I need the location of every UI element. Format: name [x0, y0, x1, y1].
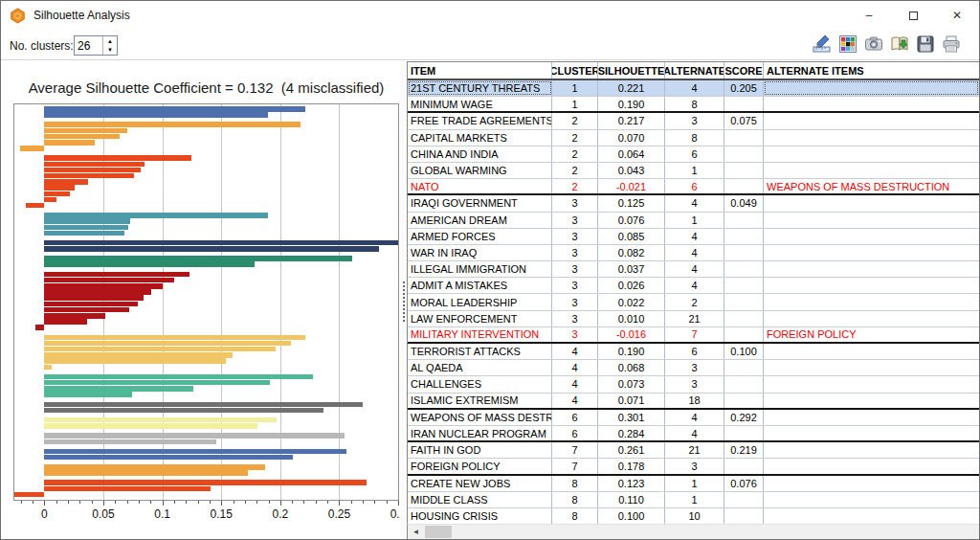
column-header-item[interactable]: ITEM	[408, 62, 552, 79]
table-row[interactable]: IRAQI GOVERNMENT30.12540.049	[408, 195, 979, 212]
spin-up-button[interactable]: ▲	[103, 36, 117, 46]
cell-item: FREE TRADE AGREEMENTS	[408, 113, 552, 128]
cell-item: WEAPONS OF MASS DESTRUCTION	[408, 410, 552, 425]
print-button[interactable]	[941, 34, 962, 55]
close-button[interactable]: ✕	[935, 1, 979, 30]
silhouette-bar	[44, 278, 174, 283]
axis-tick-label: 0.15	[211, 507, 233, 521]
column-header-alternate-items[interactable]: ALTERNATE ITEMS	[764, 62, 979, 79]
table-row[interactable]: MIDDLE CLASS80.1101	[408, 492, 979, 508]
cell-score: 0.075	[724, 113, 764, 128]
column-header-silhouette[interactable]: SILHOUETTE	[598, 62, 665, 79]
table-row[interactable]: CHINA AND INDIA20.0646	[408, 146, 979, 163]
column-header-alternate[interactable]: ALTERNATE	[665, 62, 724, 79]
table-row[interactable]: AMERICAN DREAM30.0761	[408, 213, 979, 229]
table-row[interactable]: GLOBAL WARMING20.0431	[408, 163, 979, 179]
silhouette-bar	[44, 365, 51, 371]
silhouette-bar	[44, 213, 268, 218]
minimize-button[interactable]: –	[847, 1, 891, 30]
table-row[interactable]: AL QAEDA40.0683	[408, 360, 979, 376]
axis-tick	[115, 501, 116, 504]
table-row[interactable]: CREATE NEW JOBS80.12310.076	[408, 476, 979, 492]
cell-silhouette: 0.261	[598, 442, 665, 458]
table-row[interactable]: ILLEGAL IMMIGRATION30.0374	[408, 261, 979, 278]
save-icon	[916, 34, 935, 54]
table-row[interactable]: CHALLENGES40.0733	[408, 376, 979, 393]
silhouette-bar	[44, 191, 70, 197]
table-horizontal-scrollbar[interactable]: ◄	[407, 524, 979, 539]
table-row[interactable]: ARMED FORCES30.0854	[408, 229, 979, 245]
cell-cluster: 2	[552, 146, 598, 162]
cell-score	[724, 179, 764, 193]
save-button[interactable]	[915, 34, 936, 55]
table-row[interactable]: ADMIT A MISTAKES30.0264	[408, 278, 979, 294]
copy-image-icon	[864, 34, 883, 54]
copy-image-button[interactable]	[863, 34, 884, 55]
table-row[interactable]: FREE TRADE AGREEMENTS20.21730.075	[408, 113, 979, 129]
table-row[interactable]: IRAN NUCLEAR PROGRAM60.2844	[408, 426, 979, 442]
axis-tick	[316, 501, 317, 504]
table-row[interactable]: NATO2-0.0216WEAPONS OF MASS DESTRUCTION	[408, 179, 979, 195]
cell-item: AMERICAN DREAM	[408, 213, 552, 228]
splitter-drag-handle[interactable]	[403, 281, 405, 322]
cell-alternate-items	[764, 311, 979, 326]
table-row[interactable]: MINIMUM WAGE10.1908	[408, 97, 979, 113]
scroll-left-arrow[interactable]: ◄	[408, 525, 424, 539]
cell-silhouette: 0.076	[598, 213, 665, 228]
silhouette-bar	[44, 256, 352, 261]
table-row[interactable]: WEAPONS OF MASS DESTRUCTION60.30140.292	[408, 410, 979, 426]
cell-cluster: 7	[552, 442, 598, 458]
cell-item: CHINA AND INDIA	[408, 146, 552, 162]
axis-tick-label: 0.25	[328, 507, 350, 521]
cell-cluster: 8	[552, 476, 598, 491]
cell-item: HOUSING CRISIS	[408, 508, 552, 524]
axis-tick	[103, 501, 104, 506]
table-row[interactable]: WAR IN IRAQ30.0824	[408, 245, 979, 261]
silhouette-bar	[35, 325, 45, 330]
table-row[interactable]: MILITARY INTERVENTION3-0.0167FOREIGN POL…	[408, 327, 979, 344]
cell-score: 0.049	[724, 195, 764, 211]
axis-tick-label: 0.2	[272, 507, 288, 521]
export-button[interactable]	[889, 34, 910, 55]
silhouette-bar	[44, 218, 130, 224]
silhouette-bar	[44, 449, 345, 455]
cell-alternate-items	[764, 113, 979, 128]
cell-alternate-items	[764, 294, 979, 309]
table-body: 21ST CENTURY THREATS10.22140.205MINIMUM …	[408, 80, 979, 524]
axis-tick	[245, 501, 246, 504]
edit-appearance-button[interactable]	[812, 34, 833, 55]
cell-item: MIDDLE CLASS	[408, 492, 552, 507]
silhouette-bar	[44, 134, 120, 140]
maximize-button[interactable]	[891, 1, 935, 30]
scrollbar-thumb[interactable]	[425, 526, 452, 538]
clusters-input[interactable]	[75, 36, 102, 55]
column-header-cluster[interactable]: CLUSTER	[552, 62, 598, 79]
table-row[interactable]: MORAL LEADERSHIP30.0222	[408, 294, 979, 310]
cell-silhouette: 0.068	[598, 360, 665, 375]
silhouette-bar	[44, 112, 268, 118]
spin-down-button[interactable]: ▼	[103, 46, 117, 56]
table-row[interactable]: CAPITAL MARKETS20.0708	[408, 130, 979, 146]
cell-alternate-items	[764, 376, 979, 392]
table-row[interactable]: FOREIGN POLICY70.1783	[408, 459, 979, 475]
cell-alternate-items	[764, 508, 979, 524]
cell-alternate: 4	[665, 80, 724, 96]
axis-tick	[150, 501, 151, 504]
cell-alternate: 3	[665, 113, 724, 128]
axis-tick	[303, 501, 304, 504]
color-palette-button[interactable]	[837, 34, 858, 55]
table-row[interactable]: ISLAMIC EXTREMISM40.07118	[408, 394, 979, 410]
silhouette-bar	[44, 319, 86, 325]
axis-tick	[363, 501, 364, 504]
table-row[interactable]: TERRORIST ATTACKS40.19060.100	[408, 344, 979, 360]
cell-silhouette: 0.178	[598, 459, 665, 473]
table-row[interactable]: 21ST CENTURY THREATS10.22140.205	[408, 80, 979, 97]
table-row[interactable]: LAW ENFORCEMENT30.01021	[408, 311, 979, 327]
axis-tick	[163, 501, 164, 506]
table-row[interactable]: FAITH IN GOD70.261210.219	[408, 442, 979, 459]
chart-title: Average Silhouette Coefficient = 0.132 (…	[13, 79, 399, 96]
cell-silhouette: 0.217	[598, 113, 665, 128]
table-row[interactable]: HOUSING CRISIS80.10010	[408, 508, 979, 524]
cell-score	[724, 229, 764, 244]
column-header-score[interactable]: SCORE	[724, 62, 764, 79]
